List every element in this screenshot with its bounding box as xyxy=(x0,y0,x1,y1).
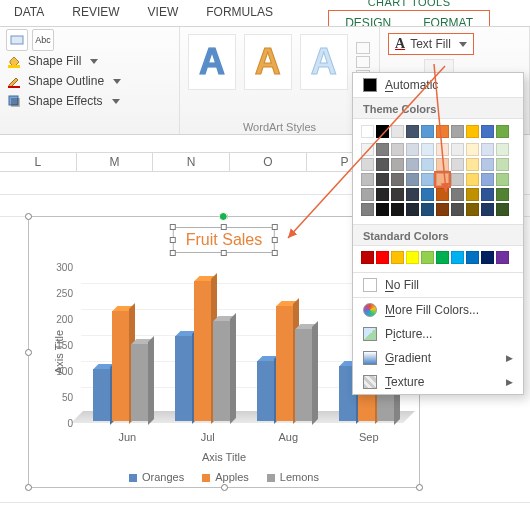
tab-review[interactable]: REVIEW xyxy=(58,0,133,26)
color-swatch[interactable] xyxy=(496,203,509,216)
color-swatch[interactable] xyxy=(361,188,374,201)
selection-handle[interactable] xyxy=(221,484,228,491)
color-swatch[interactable] xyxy=(481,125,494,138)
bar[interactable] xyxy=(276,306,293,421)
picture-option[interactable]: Picture... xyxy=(353,322,523,346)
color-swatch[interactable] xyxy=(421,125,434,138)
color-swatch[interactable] xyxy=(361,173,374,186)
chart-legend[interactable]: Oranges Apples Lemons xyxy=(29,471,419,483)
title-handle[interactable] xyxy=(221,224,227,230)
bar[interactable] xyxy=(194,281,211,421)
bar[interactable] xyxy=(131,344,148,422)
color-swatch[interactable] xyxy=(481,203,494,216)
title-handle[interactable] xyxy=(221,250,227,256)
wordart-preset-2[interactable]: A xyxy=(244,34,292,90)
color-swatch[interactable] xyxy=(436,143,449,156)
color-swatch[interactable] xyxy=(436,251,449,264)
color-swatch[interactable] xyxy=(451,188,464,201)
style-preset-2[interactable]: Abc xyxy=(32,29,54,51)
selection-handle[interactable] xyxy=(25,213,32,220)
selection-handle[interactable] xyxy=(25,349,32,356)
title-handle[interactable] xyxy=(170,237,176,243)
color-swatch[interactable] xyxy=(391,143,404,156)
style-preset-1[interactable] xyxy=(6,29,28,51)
col-header[interactable]: L xyxy=(0,152,77,171)
bar[interactable] xyxy=(213,321,230,421)
color-swatch[interactable] xyxy=(376,158,389,171)
color-swatch[interactable] xyxy=(466,158,479,171)
selection-handle[interactable] xyxy=(25,484,32,491)
color-swatch[interactable] xyxy=(436,158,449,171)
color-swatch[interactable] xyxy=(391,188,404,201)
title-handle[interactable] xyxy=(272,250,278,256)
shape-outline-dropdown[interactable]: Shape Outline xyxy=(6,73,173,89)
texture-option[interactable]: Texture ▶ xyxy=(353,370,523,394)
title-handle[interactable] xyxy=(170,250,176,256)
selection-handle[interactable] xyxy=(416,484,423,491)
color-swatch[interactable] xyxy=(361,158,374,171)
color-swatch[interactable] xyxy=(481,143,494,156)
color-swatch[interactable] xyxy=(451,143,464,156)
color-swatch[interactable] xyxy=(436,188,449,201)
color-swatch[interactable] xyxy=(466,173,479,186)
color-swatch[interactable] xyxy=(466,125,479,138)
color-swatch[interactable] xyxy=(481,188,494,201)
color-swatch[interactable] xyxy=(391,203,404,216)
col-header[interactable]: O xyxy=(230,152,307,171)
bar[interactable] xyxy=(175,336,192,421)
color-swatch[interactable] xyxy=(391,125,404,138)
color-swatch[interactable] xyxy=(421,158,434,171)
color-swatch[interactable] xyxy=(421,251,434,264)
color-swatch[interactable] xyxy=(376,188,389,201)
color-swatch[interactable] xyxy=(361,251,374,264)
color-swatch[interactable] xyxy=(421,173,434,186)
color-swatch[interactable] xyxy=(406,251,419,264)
color-swatch[interactable] xyxy=(451,158,464,171)
color-swatch[interactable] xyxy=(436,203,449,216)
color-swatch[interactable] xyxy=(481,158,494,171)
color-swatch[interactable] xyxy=(496,173,509,186)
title-handle[interactable] xyxy=(272,224,278,230)
no-fill-option[interactable]: No Fill xyxy=(353,273,523,297)
color-swatch[interactable] xyxy=(376,203,389,216)
tab-data[interactable]: DATA xyxy=(0,0,58,26)
color-swatch[interactable] xyxy=(376,173,389,186)
color-swatch[interactable] xyxy=(391,173,404,186)
color-swatch[interactable] xyxy=(421,143,434,156)
color-swatch[interactable] xyxy=(451,203,464,216)
color-swatch[interactable] xyxy=(421,188,434,201)
color-swatch[interactable] xyxy=(361,143,374,156)
color-swatch[interactable] xyxy=(496,158,509,171)
color-swatch[interactable] xyxy=(421,203,434,216)
color-swatch[interactable] xyxy=(406,158,419,171)
x-axis-title[interactable]: Axis Title xyxy=(29,451,419,463)
color-swatch[interactable] xyxy=(436,173,449,186)
rotate-handle[interactable] xyxy=(219,212,228,221)
wordart-gallery[interactable]: A A A xyxy=(186,29,373,95)
color-swatch[interactable] xyxy=(496,251,509,264)
color-swatch[interactable] xyxy=(376,251,389,264)
color-swatch[interactable] xyxy=(466,143,479,156)
color-swatch[interactable] xyxy=(466,188,479,201)
bar[interactable] xyxy=(112,311,129,421)
gradient-option[interactable]: Gradient ▶ xyxy=(353,346,523,370)
tab-view[interactable]: VIEW xyxy=(134,0,193,26)
text-fill-color-panel[interactable]: Automatic Theme Colors Standard Colors N… xyxy=(352,72,524,395)
shape-effects-dropdown[interactable]: Shape Effects xyxy=(6,93,173,109)
more-fill-colors-option[interactable]: More Fill Colors... xyxy=(353,298,523,322)
color-swatch[interactable] xyxy=(391,158,404,171)
wordart-preset-3[interactable]: A xyxy=(300,34,348,90)
color-swatch[interactable] xyxy=(436,125,449,138)
shape-fill-dropdown[interactable]: Shape Fill xyxy=(6,53,173,69)
bar[interactable] xyxy=(93,369,110,422)
color-swatch[interactable] xyxy=(451,173,464,186)
bar[interactable] xyxy=(257,361,274,421)
color-swatch[interactable] xyxy=(406,173,419,186)
color-swatch[interactable] xyxy=(496,143,509,156)
text-fill-dropdown[interactable]: A Text Fill xyxy=(388,33,474,55)
title-handle[interactable] xyxy=(272,237,278,243)
color-swatch[interactable] xyxy=(406,125,419,138)
color-swatch[interactable] xyxy=(466,251,479,264)
col-header[interactable]: M xyxy=(77,152,154,171)
bar[interactable] xyxy=(295,329,312,422)
